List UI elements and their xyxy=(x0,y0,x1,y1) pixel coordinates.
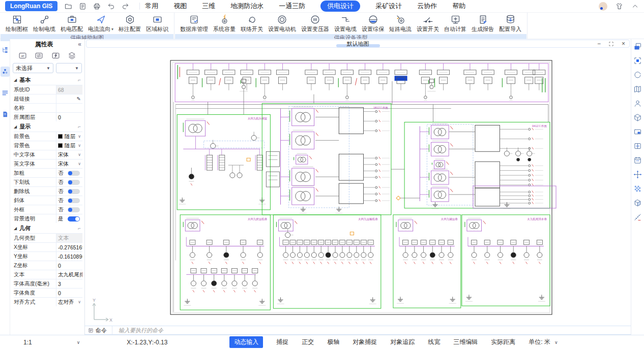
menu-tab-地测防治水[interactable]: 地测防治水 xyxy=(230,2,264,11)
ribbon-button-区域标识[interactable]: 区域标识 xyxy=(143,13,171,34)
capture-icon[interactable] xyxy=(633,128,642,136)
toggle-off[interactable] xyxy=(68,198,80,203)
menu-tab-采矿设计[interactable]: 采矿设计 xyxy=(375,2,402,11)
toggle-off[interactable] xyxy=(68,171,80,176)
property-value[interactable]: 0 xyxy=(56,261,82,270)
ribbon-button-数据库管理[interactable]: 数据库管理 xyxy=(178,13,211,34)
zoom-ratio[interactable]: 1:1 xyxy=(23,339,32,346)
grid-icon[interactable] xyxy=(633,184,642,193)
section-header-几何[interactable]: ◢几何⌐ xyxy=(10,223,84,233)
redo-icon[interactable] xyxy=(122,3,129,10)
section-pin-icon[interactable]: ⌐ xyxy=(78,226,81,231)
close-icon[interactable]: × xyxy=(621,41,626,47)
ribbon-button-配置导入[interactable]: 配置导入 xyxy=(496,13,524,34)
status-toggle-对象捕捉[interactable]: 对象捕捉 xyxy=(353,338,377,346)
ribbon-button-标注配置[interactable]: 标注配置 xyxy=(116,13,143,34)
status-toggle-对象追踪[interactable]: 对象追踪 xyxy=(390,338,415,346)
folder-open-icon[interactable] xyxy=(65,3,72,10)
measure-icon[interactable] xyxy=(633,213,642,221)
collapse-ribbon-icon[interactable] xyxy=(631,3,639,10)
ribbon-button-绘制电缆[interactable]: 绘制电缆 xyxy=(31,13,58,34)
filter-swap-icon[interactable] xyxy=(35,51,43,60)
filter-lightning-icon[interactable] xyxy=(51,51,60,60)
calendar-icon[interactable] xyxy=(633,156,642,165)
command-input[interactable]: 输入要执行的命令 xyxy=(112,327,631,334)
ribbon-button-设置变压器[interactable]: 设置变压器 xyxy=(299,13,332,34)
ribbon-button-电流流向[interactable]: 电流流向▾ xyxy=(85,13,116,34)
property-value[interactable]: 否 xyxy=(56,205,82,214)
menu-tab-视图[interactable]: 视图 xyxy=(173,2,187,11)
left-rail-bookmark[interactable] xyxy=(1,109,10,119)
property-value[interactable]: 0 xyxy=(56,289,82,297)
ribbon-button-机电匹配[interactable]: 机电匹配 xyxy=(58,13,85,34)
print-icon[interactable] xyxy=(93,3,101,10)
status-toggle-极轴[interactable]: 极轴 xyxy=(327,338,339,346)
left-rail-layer-tree[interactable] xyxy=(1,45,10,55)
swipe-icon[interactable] xyxy=(633,142,642,150)
property-value[interactable]: 是 xyxy=(56,214,82,223)
property-value[interactable]: 否 xyxy=(56,178,82,186)
drawing-canvas[interactable]: 太四九机头硐室1812工作面0412工作面太四九胶运机巷太四九运输机巷太四九辅运… xyxy=(85,48,631,326)
menu-tab-一通三防[interactable]: 一通三防 xyxy=(279,2,305,11)
property-value[interactable]: 随层∨ xyxy=(56,141,82,150)
status-toggle-线宽[interactable]: 线宽 xyxy=(428,338,440,346)
ribbon-button-生成报告[interactable]: 生成报告 xyxy=(469,13,496,34)
unit-selector[interactable]: 单位: 米∨ xyxy=(529,338,558,346)
section-pin-icon[interactable]: ⌐ xyxy=(78,124,81,130)
chevron-down-icon[interactable]: ∨ xyxy=(78,162,81,166)
collapse-panel-icon[interactable]: « xyxy=(78,41,81,48)
canvas-tab-default-map[interactable]: 默认地图 xyxy=(340,40,376,48)
properties-select-2[interactable]: ▼ xyxy=(56,63,82,73)
property-value[interactable]: -0.2765169 xyxy=(56,243,82,251)
property-value[interactable]: -0.1610896 xyxy=(56,252,82,261)
map-sheet-icon[interactable] xyxy=(633,85,642,93)
filter-layers-icon[interactable] xyxy=(68,51,76,60)
ribbon-button-联络开关[interactable]: 联络开关 xyxy=(238,13,266,34)
filter-all-icon[interactable]: all xyxy=(18,51,27,60)
chevron-down-icon[interactable]: ∨ xyxy=(78,134,81,139)
property-value[interactable]: 宋体∨ xyxy=(56,160,82,168)
view-cube-icon[interactable] xyxy=(633,113,642,122)
property-value[interactable]: 否 xyxy=(56,187,82,196)
ribbon-button-设置开关[interactable]: 设置开关 xyxy=(414,13,442,34)
focus-extent-icon[interactable] xyxy=(633,56,642,65)
ribbon-button-短路电流[interactable]: 短路电流 xyxy=(387,13,414,34)
property-value[interactable]: 否 xyxy=(56,169,82,177)
property-value[interactable] xyxy=(56,104,82,112)
chevron-down-icon[interactable]: ∨ xyxy=(78,152,81,157)
ribbon-button-自动计算[interactable]: 自动计算 xyxy=(442,13,469,34)
cube-icon[interactable] xyxy=(633,199,642,207)
menu-tab-供电设计[interactable]: 供电设计 xyxy=(320,1,360,12)
toggle-on[interactable] xyxy=(68,216,80,221)
property-value[interactable]: 否 xyxy=(56,196,82,205)
ribbon-button-设置综保[interactable]: 设置综保 xyxy=(359,13,387,34)
user-icon[interactable] xyxy=(633,99,642,108)
layers-window-icon[interactable] xyxy=(633,42,642,51)
menu-tab-三维[interactable]: 三维 xyxy=(202,2,215,11)
move-icon[interactable] xyxy=(633,170,642,179)
status-toggle-捕捉[interactable]: 捕捉 xyxy=(276,338,288,346)
status-toggle-正交[interactable]: 正交 xyxy=(302,338,314,346)
properties-select-1[interactable]: 未选择▼ xyxy=(13,63,53,73)
property-value[interactable]: ✎ xyxy=(56,94,82,103)
property-value[interactable]: 0 xyxy=(56,113,82,121)
ribbon-button-设置电缆[interactable]: 设置电缆 xyxy=(332,13,359,34)
property-value[interactable]: 太九机尾排: xyxy=(56,270,82,279)
circle-select-icon[interactable] xyxy=(633,71,642,79)
new-file-icon[interactable] xyxy=(79,3,86,10)
property-value[interactable]: 左对齐∨ xyxy=(56,298,82,306)
theme-shirt-icon[interactable] xyxy=(616,3,623,10)
property-value[interactable]: 宋体∨ xyxy=(56,150,82,159)
menu-tab-帮助[interactable]: 帮助 xyxy=(452,2,465,11)
chevron-down-icon[interactable]: ▾ xyxy=(111,27,113,31)
status-toggle-三维编辑[interactable]: 三维编辑 xyxy=(453,338,478,346)
undo-icon[interactable] xyxy=(107,3,115,10)
minimize-icon[interactable]: − xyxy=(596,41,602,47)
zoom-chevron-icon[interactable]: ∨ xyxy=(77,340,80,345)
toggle-off[interactable] xyxy=(68,180,80,185)
left-rail-list[interactable] xyxy=(1,88,10,98)
left-rail-scene-dots[interactable] xyxy=(1,67,10,77)
property-value[interactable]: 随层∨ xyxy=(56,132,82,141)
ribbon-button-系统容量[interactable]: 系统容量 xyxy=(211,13,238,34)
edit-pencil-icon[interactable]: ✎ xyxy=(77,96,81,102)
